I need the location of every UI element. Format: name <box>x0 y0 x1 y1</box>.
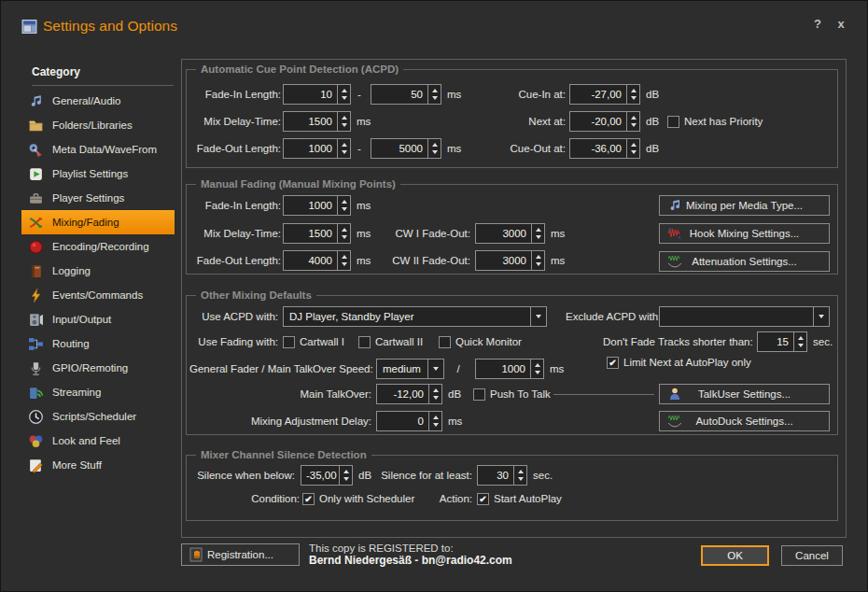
next-at-spinner[interactable]: -20,00 <box>569 111 640 132</box>
briefcase-icon <box>28 190 44 206</box>
music-note-icon <box>28 93 44 109</box>
sec-unit: sec. <box>533 465 553 486</box>
range-dash: - <box>353 138 366 159</box>
spinner-arrows[interactable] <box>428 412 441 430</box>
ok-button[interactable]: OK <box>701 545 769 566</box>
spinner-arrows[interactable] <box>337 112 350 131</box>
only-with-scheduler-checkbox[interactable]: ✔ <box>302 493 315 505</box>
acpd-fade-in-min-spinner[interactable]: 10 <box>283 84 351 105</box>
chevron-down-icon[interactable] <box>530 307 546 326</box>
sidebar-item-look-and-feel[interactable]: Look and Feel <box>21 429 175 453</box>
spinner-arrows[interactable] <box>513 466 526 485</box>
sidebar-item-general-audio[interactable]: General/Audio <box>21 89 175 113</box>
sidebar-item-routing[interactable]: Routing <box>21 331 175 356</box>
spinner-value: 5000 <box>371 139 427 158</box>
push-to-talk-checkbox[interactable] <box>473 388 485 401</box>
sidebar-item-gpio-remoting[interactable]: GPIO/Remoting <box>21 356 175 380</box>
spinner-arrows[interactable] <box>427 85 441 104</box>
manual-mix-delay-spinner[interactable]: 1500 <box>283 223 351 244</box>
db-unit: dB <box>358 465 371 486</box>
acpd-fade-in-max-spinner[interactable]: 50 <box>371 84 441 105</box>
ms-unit: ms <box>357 223 371 244</box>
sidebar-item-encoding-recording[interactable]: Encoding/Recording <box>21 234 175 259</box>
registration-button[interactable]: Registration... <box>181 543 300 566</box>
talkuser-settings-button[interactable]: TalkUser Settings... <box>659 384 830 404</box>
speaker-icon <box>28 312 44 328</box>
spinner-value: 15 <box>758 332 793 351</box>
sidebar-item-more-stuff[interactable]: More Stuff <box>21 453 175 477</box>
help-button[interactable]: ? <box>809 16 826 33</box>
spinner-arrows[interactable] <box>337 251 350 270</box>
sidebar-item-scripts-scheduler[interactable]: Scripts/Scheduler <box>21 404 175 429</box>
silence-atleast-spinner[interactable]: 30 <box>477 465 527 486</box>
mixing-per-media-type-button[interactable]: Mixing per Media Type... <box>659 195 830 216</box>
sidebar-item-input-output[interactable]: Input/Output <box>21 307 175 331</box>
silence-below-spinner[interactable]: -35,00 <box>301 465 353 486</box>
sidebar-item-meta-data[interactable]: Meta Data/WaveFrom <box>21 137 175 162</box>
limit-next-checkbox[interactable]: ✔ <box>607 357 619 369</box>
dropdown-value: medium <box>377 359 427 378</box>
spinner-arrows[interactable] <box>337 85 350 104</box>
main-talkover-spinner[interactable]: -12,00 <box>376 384 442 404</box>
spinner-arrows[interactable] <box>427 139 441 158</box>
use-acpd-with-dropdown[interactable]: DJ Player, Standby Player <box>283 306 547 327</box>
spinner-arrows[interactable] <box>793 332 806 351</box>
sidebar-item-folders-libraries[interactable]: Folders/Libraries <box>21 113 175 137</box>
spinner-arrows[interactable] <box>337 224 350 243</box>
spinner-arrows[interactable] <box>339 466 352 485</box>
cartwall2-checkbox[interactable] <box>358 336 371 348</box>
dont-fade-spinner[interactable]: 15 <box>757 331 807 352</box>
cw1-fade-out-spinner[interactable]: 3000 <box>475 223 545 244</box>
spinner-value: -12,00 <box>377 385 428 403</box>
cartwall1-checkbox[interactable] <box>283 336 295 348</box>
chevron-down-icon[interactable] <box>427 359 443 378</box>
slash-separator: / <box>452 359 465 379</box>
sidebar-item-player-settings[interactable]: Player Settings <box>21 186 175 210</box>
spinner-arrows[interactable] <box>428 385 441 403</box>
db-unit: dB <box>646 84 659 105</box>
sidebar-item-playlist-settings[interactable]: Playlist Settings <box>21 162 175 186</box>
sidebar-item-mixing-fading[interactable]: Mixing/Fading <box>21 210 175 234</box>
spinner-arrows[interactable] <box>531 224 544 243</box>
quick-monitor-checkbox[interactable] <box>439 336 451 348</box>
spinner-arrows[interactable] <box>626 139 639 158</box>
sidebar-item-events-commands[interactable]: Events/Commands <box>21 283 175 307</box>
spinner-arrows[interactable] <box>626 112 639 131</box>
silence-atleast-label: Silence for at least: <box>379 465 472 486</box>
next-has-priority-checkbox[interactable] <box>667 116 679 128</box>
playlist-icon <box>28 166 44 182</box>
manual-fade-in-spinner[interactable]: 1000 <box>283 195 351 216</box>
hook-mixing-settings-button[interactable]: Hook Mixing Settings... <box>659 223 830 244</box>
start-autoplay-checkbox[interactable]: ✔ <box>477 493 489 505</box>
spinner-value: 50 <box>371 85 427 104</box>
sidebar-item-streaming[interactable]: Streaming <box>21 380 175 404</box>
acpd-fade-out-max-spinner[interactable]: 5000 <box>371 138 441 159</box>
manual-fade-out-spinner[interactable]: 4000 <box>283 250 351 271</box>
spinner-arrows[interactable] <box>337 196 350 215</box>
ms-unit: ms <box>447 84 461 105</box>
exclude-acpd-with-dropdown[interactable] <box>659 306 830 327</box>
chevron-down-icon[interactable] <box>813 307 829 326</box>
spinner-arrows[interactable] <box>337 139 350 158</box>
spinner-arrows[interactable] <box>530 359 543 378</box>
ms-unit: ms <box>550 359 564 379</box>
sidebar-item-logging[interactable]: Logging <box>21 259 175 283</box>
fader-speed-ms-spinner[interactable]: 1000 <box>475 359 544 379</box>
close-button[interactable]: x <box>833 16 849 33</box>
attenuation-settings-button[interactable]: Attenuation Settings... <box>659 251 830 272</box>
cancel-button[interactable]: Cancel <box>781 545 843 566</box>
autoduck-settings-button[interactable]: AutoDuck Settings... <box>659 411 830 431</box>
acpd-mix-delay-spinner[interactable]: 1500 <box>283 111 351 132</box>
db-unit: dB <box>646 111 659 132</box>
cue-in-spinner[interactable]: -27,00 <box>569 84 640 105</box>
spinner-arrows[interactable] <box>531 251 544 270</box>
cue-out-spinner[interactable]: -36,00 <box>569 138 640 159</box>
fader-speed-dropdown[interactable]: medium <box>376 359 444 379</box>
cw2-fade-out-spinner[interactable]: 3000 <box>475 250 545 271</box>
dont-fade-label: Don't Fade Tracks shorter than: <box>603 331 752 352</box>
acpd-fade-out-min-spinner[interactable]: 1000 <box>283 138 351 159</box>
spinner-arrows[interactable] <box>626 85 639 104</box>
folder-icon <box>28 118 44 134</box>
action-label: Action: <box>416 488 472 509</box>
mixing-adjustment-delay-spinner[interactable]: 0 <box>376 411 442 431</box>
